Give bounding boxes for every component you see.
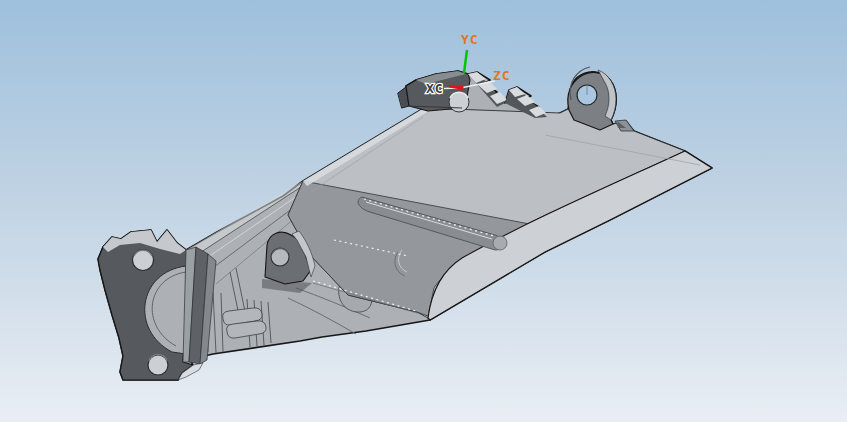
yoke xyxy=(98,230,216,380)
axis-label-zc[interactable]: ZC xyxy=(493,68,511,83)
wcs-origin-dot[interactable] xyxy=(458,85,463,90)
axis-label-yc[interactable]: YC xyxy=(461,32,479,47)
pocket-cylinder-end xyxy=(493,236,507,250)
axis-y-line[interactable] xyxy=(464,50,467,73)
model-3d[interactable]: YC ZC XC xyxy=(0,0,847,422)
axis-label-xc[interactable]: XC xyxy=(426,81,444,96)
wing-plate xyxy=(288,108,712,320)
cad-viewport[interactable]: YC ZC XC xyxy=(0,0,847,422)
wcs-triad: YC ZC XC xyxy=(426,32,511,96)
